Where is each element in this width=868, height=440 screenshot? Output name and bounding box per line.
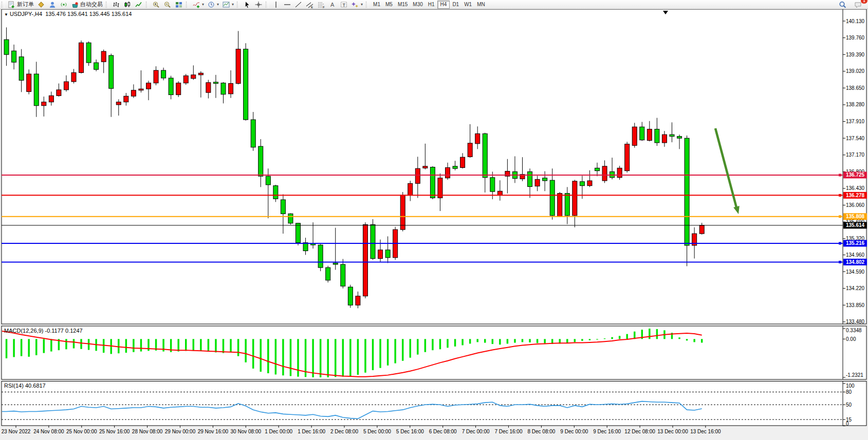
search-button[interactable] bbox=[837, 1, 848, 8]
candlestick bbox=[430, 167, 435, 198]
profile-button[interactable] bbox=[47, 1, 58, 8]
candlestick bbox=[341, 264, 345, 286]
shapes-button[interactable]: ▾ bbox=[349, 1, 364, 8]
price-tick-label: 137.910 bbox=[846, 119, 865, 124]
rsi-panel[interactable] bbox=[2, 381, 866, 426]
timeframe-button-mn[interactable]: MN bbox=[474, 1, 488, 8]
cursor-icon bbox=[243, 1, 251, 8]
candlestick bbox=[490, 178, 495, 192]
toolbar-group-handle[interactable] bbox=[186, 2, 189, 8]
dropdown-arrow-icon[interactable]: ▾ bbox=[361, 2, 363, 7]
crosshair-button[interactable] bbox=[253, 1, 264, 8]
timeframe-button-m5[interactable]: M5 bbox=[383, 1, 395, 8]
indicators-button[interactable]: ▾ bbox=[191, 1, 206, 8]
notifications-button[interactable]: 1 bbox=[853, 1, 864, 8]
time-axis-label: 29 Nov 00:00 bbox=[165, 429, 196, 434]
timeframe-button-m15[interactable]: M15 bbox=[395, 1, 410, 8]
auto-trading-button[interactable]: 自动交易 bbox=[69, 1, 104, 8]
candlestick bbox=[57, 90, 61, 95]
candlestick bbox=[109, 55, 114, 88]
zoom-out-button[interactable] bbox=[162, 1, 173, 8]
toolbar-group-handle[interactable] bbox=[366, 2, 369, 8]
candlestick bbox=[423, 166, 428, 168]
zoom-in-button[interactable] bbox=[151, 1, 162, 8]
chart-title-bar: ▼USDJPY-,H4 135.476 135.641 135.445 135.… bbox=[4, 11, 132, 17]
time-axis-label: 1 Dec 16:00 bbox=[298, 429, 325, 434]
candlestick bbox=[281, 200, 285, 214]
toolbar-group-handle[interactable] bbox=[106, 2, 109, 8]
time-axis-label: 23 Nov 2022 bbox=[2, 429, 31, 434]
time-axis-label: 7 Dec 00:00 bbox=[462, 429, 490, 434]
toolbar-group-handle[interactable] bbox=[266, 2, 269, 8]
candlestick bbox=[348, 287, 353, 305]
time-axis-label: 24 Nov 08:00 bbox=[33, 429, 64, 434]
hline-icon bbox=[283, 1, 291, 8]
candlestick bbox=[19, 57, 24, 81]
main-price-panel[interactable] bbox=[2, 9, 866, 324]
candlestick bbox=[460, 157, 465, 167]
line-anchor-node[interactable] bbox=[839, 261, 841, 263]
timeframe-button-h4[interactable]: H4 bbox=[437, 1, 450, 9]
bar-chart-button[interactable] bbox=[110, 1, 122, 8]
timeframe-button-d1[interactable]: D1 bbox=[450, 1, 461, 8]
signals-button[interactable] bbox=[58, 1, 69, 8]
candlestick bbox=[580, 182, 584, 186]
time-axis-label: 13 Dec 16:00 bbox=[690, 429, 721, 434]
equidistant-channel-button[interactable]: E bbox=[304, 1, 316, 8]
candlestick bbox=[415, 168, 420, 183]
candlestick bbox=[198, 73, 203, 75]
vertical-line-button[interactable] bbox=[270, 1, 282, 8]
periods-button[interactable]: ▾ bbox=[206, 1, 220, 8]
vline-icon bbox=[272, 1, 280, 8]
candlestick bbox=[595, 168, 600, 170]
chart-window: ▼USDJPY-,H4 135.476 135.641 135.445 135.… bbox=[0, 9, 868, 440]
timeframe-button-h1[interactable]: H1 bbox=[426, 1, 437, 8]
fibonacci-button[interactable]: F bbox=[316, 1, 327, 8]
candlestick bbox=[400, 195, 405, 229]
candlestick bbox=[572, 181, 577, 216]
toolbar-group-handle[interactable] bbox=[2, 2, 5, 8]
toolbar-group-handle[interactable] bbox=[146, 2, 149, 8]
candles-icon bbox=[123, 1, 132, 8]
line-chart-button[interactable] bbox=[133, 1, 144, 8]
timeframe-button-m30[interactable]: M30 bbox=[410, 1, 425, 8]
candlestick bbox=[617, 168, 622, 178]
dropdown-arrow-icon[interactable]: ▾ bbox=[202, 2, 204, 7]
candlestick bbox=[303, 243, 308, 251]
line-anchor-node[interactable] bbox=[839, 194, 841, 197]
chart-collapse-icon[interactable]: ▼ bbox=[4, 12, 8, 17]
cursor-button[interactable] bbox=[242, 1, 253, 8]
time-axis-label: 29 Nov 16:00 bbox=[198, 429, 229, 434]
community-button[interactable] bbox=[35, 1, 47, 8]
line-anchor-node[interactable] bbox=[839, 215, 841, 218]
text-button[interactable]: A bbox=[327, 1, 338, 8]
templates-button[interactable]: ▾ bbox=[220, 1, 235, 8]
auto-trading-icon bbox=[71, 1, 79, 8]
toolbar-group-handle[interactable] bbox=[237, 2, 240, 8]
horizontal-line-button[interactable] bbox=[282, 1, 293, 8]
tile-windows-button[interactable] bbox=[173, 1, 184, 8]
auto-trading-button-label: 自动交易 bbox=[80, 1, 103, 8]
price-line-badge-label: 135.216 bbox=[846, 240, 865, 246]
candlestick bbox=[640, 127, 644, 140]
timeframe-button-w1[interactable]: W1 bbox=[461, 1, 474, 8]
candlestick bbox=[183, 76, 188, 83]
svg-text:T: T bbox=[343, 2, 346, 7]
new-order-icon bbox=[8, 1, 16, 8]
dropdown-arrow-icon[interactable]: ▾ bbox=[232, 2, 234, 7]
candlestick bbox=[213, 82, 218, 84]
dropdown-arrow-icon[interactable]: ▾ bbox=[217, 2, 219, 7]
candlestick-chart-button[interactable] bbox=[122, 1, 133, 8]
candlestick bbox=[161, 70, 166, 78]
chart-canvas[interactable]: 140.130139.760139.390139.020138.650138.2… bbox=[0, 9, 868, 440]
candlestick bbox=[27, 74, 31, 91]
macd-panel[interactable] bbox=[2, 326, 866, 379]
time-axis-label: 9 Dec 00:00 bbox=[560, 429, 588, 434]
new-order-button[interactable]: 新订单 bbox=[6, 1, 35, 8]
line-anchor-node[interactable] bbox=[839, 242, 841, 244]
text-label-button[interactable]: T bbox=[338, 1, 349, 8]
time-axis-label: 25 Nov 16:00 bbox=[99, 429, 130, 434]
trendline-button[interactable] bbox=[293, 1, 304, 8]
line-anchor-node[interactable] bbox=[839, 174, 841, 176]
timeframe-button-m1[interactable]: M1 bbox=[371, 1, 383, 8]
